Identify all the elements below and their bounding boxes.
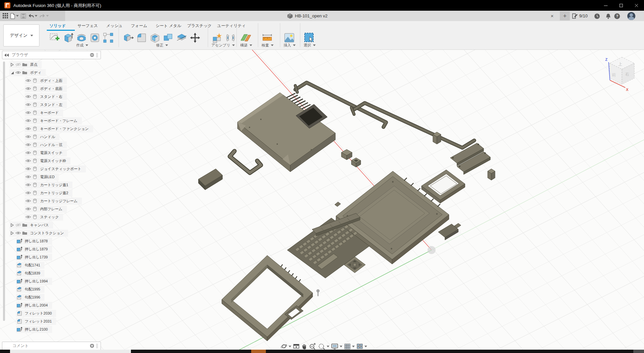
part-joystick-port[interactable] <box>488 169 495 180</box>
visibility-eye-icon[interactable] <box>25 95 31 99</box>
visibility-eye-icon[interactable] <box>25 103 31 107</box>
expand-caret-icon[interactable] <box>9 231 15 235</box>
browser-folder-row[interactable]: 原点 <box>2 61 93 69</box>
redo-button[interactable] <box>39 12 49 20</box>
visibility-eye-icon[interactable] <box>25 175 31 179</box>
group-modify[interactable]: 修正 <box>122 42 202 48</box>
tab-mesh[interactable]: メッシュ <box>106 22 123 30</box>
app-grid-button[interactable] <box>3 12 8 20</box>
look-at-button[interactable] <box>293 343 300 349</box>
browser-body-row[interactable]: 電源スイッチ <box>2 149 93 157</box>
group-assemble[interactable]: アセンブリ <box>210 42 236 48</box>
visibility-eye-icon[interactable] <box>15 63 21 67</box>
browser-feature-row[interactable]: 押し出し1739 <box>2 253 93 261</box>
browser-body-row[interactable]: キーボード <box>2 109 93 117</box>
view-cube-top-label[interactable]: 上 <box>618 62 622 67</box>
undo-button[interactable] <box>28 12 37 20</box>
browser-feature-row[interactable]: 押し出し1878 <box>2 237 93 245</box>
visibility-eye-icon[interactable] <box>25 167 31 171</box>
add-comment-icon[interactable] <box>90 344 94 348</box>
view-cube-front-label[interactable]: 前 <box>612 73 616 77</box>
browser-folder-row[interactable]: キャンバス <box>2 221 93 229</box>
visibility-eye-icon[interactable] <box>25 199 31 203</box>
tab-utilities[interactable]: ユーティリティ <box>217 22 246 30</box>
browser-feature-row[interactable]: 勾配1996 <box>2 293 93 301</box>
zoom-button[interactable] <box>309 343 316 350</box>
browser-feature-row[interactable]: フィレット2031 <box>2 317 93 325</box>
visibility-eye-icon[interactable] <box>25 143 31 147</box>
browser-body-row[interactable]: スタンド・左 <box>2 101 93 109</box>
browser-feature-row[interactable]: 押し出し1994 <box>2 277 93 285</box>
browser-body-row[interactable]: ボディ・上面 <box>2 77 93 85</box>
browser-feature-row[interactable]: 押し出し2004 <box>2 301 93 309</box>
tab-solid[interactable]: ソリッド <box>49 22 66 30</box>
expand-caret-icon[interactable] <box>9 63 15 67</box>
browser-body-row[interactable]: スティック <box>2 213 93 221</box>
visibility-eye-icon[interactable] <box>15 71 21 75</box>
notifications-bell-icon[interactable] <box>604 12 613 20</box>
browser-body-row[interactable]: キーボード・フレーム <box>2 117 93 125</box>
browser-body-row[interactable]: 電源スイッチ枠 <box>2 157 93 165</box>
visibility-eye-icon[interactable] <box>25 207 31 211</box>
document-tab[interactable]: HB-101_open v2 × <box>65 11 560 21</box>
workspace-selector[interactable]: デザイン <box>3 24 39 46</box>
browser-body-row[interactable]: カートリッジ蓋1 <box>2 181 93 189</box>
user-avatar[interactable] <box>627 12 635 20</box>
new-tab-button[interactable]: + <box>560 11 570 20</box>
visibility-eye-icon[interactable] <box>25 87 31 91</box>
zoom-window-button[interactable] <box>318 343 329 350</box>
visibility-eye-icon[interactable] <box>15 223 21 227</box>
minimize-button[interactable] <box>598 0 613 11</box>
visibility-eye-icon[interactable] <box>25 111 31 115</box>
group-construct[interactable]: 構築 <box>238 42 254 48</box>
visibility-eye-icon[interactable] <box>25 135 31 139</box>
help-icon[interactable]: ? <box>613 12 621 20</box>
browser-body-row[interactable]: スタンド・右 <box>2 93 93 101</box>
display-settings-button[interactable] <box>331 343 342 350</box>
group-insert[interactable]: 挿入 <box>282 42 297 48</box>
visibility-eye-icon[interactable] <box>25 159 31 163</box>
browser-body-row[interactable]: キーボード・ファンクション <box>2 125 93 133</box>
visibility-eye-icon[interactable] <box>25 127 31 131</box>
save-button[interactable] <box>21 12 26 20</box>
visibility-eye-icon[interactable] <box>25 151 31 155</box>
group-inspect[interactable]: 検査 <box>260 42 275 48</box>
browser-feature-row[interactable]: 押し出し1879 <box>2 245 93 253</box>
browser-body-row[interactable]: ボディ・底面 <box>2 85 93 93</box>
part-power-led[interactable] <box>433 132 441 144</box>
maximize-button[interactable] <box>613 0 629 11</box>
browser-body-row[interactable]: ジョイスティックポート <box>2 165 93 173</box>
visibility-eye-icon[interactable] <box>25 119 31 123</box>
browser-body-row[interactable]: 電源LED <box>2 173 93 181</box>
browser-feature-row[interactable]: 押し出し2100 <box>2 325 93 333</box>
visibility-eye-icon[interactable] <box>25 79 31 83</box>
browser-feature-row[interactable]: フィレット2030 <box>2 309 93 317</box>
browser-body-row[interactable]: ハンドル・弦 <box>2 141 93 149</box>
browser-body-row[interactable]: ハンドル <box>2 133 93 141</box>
pan-button[interactable] <box>301 343 307 350</box>
browser-body-row[interactable]: カートリッジフレーム <box>2 197 93 205</box>
grid-settings-button[interactable] <box>344 343 355 350</box>
tab-form[interactable]: フォーム <box>131 22 147 30</box>
comment-bar[interactable]: コメント <box>2 342 101 350</box>
remove-icon[interactable] <box>90 53 94 57</box>
extension-clock-icon[interactable] <box>593 12 601 20</box>
visibility-eye-icon[interactable] <box>25 183 31 187</box>
browser-folder-row[interactable]: ボディ <box>2 69 93 77</box>
view-cube-right-label[interactable]: 右 <box>625 72 629 77</box>
tab-surface[interactable]: サーフェス <box>77 22 98 30</box>
close-tab-icon[interactable]: × <box>549 13 555 19</box>
panel-drag-handle[interactable] <box>96 344 99 348</box>
browser-feature-row[interactable]: 勾配1839 <box>2 269 93 277</box>
file-menu-button[interactable] <box>10 12 19 20</box>
collapse-panel-icon[interactable] <box>4 53 9 57</box>
browser-feature-row[interactable]: 勾配1741 <box>2 261 93 269</box>
viewports-button[interactable] <box>356 343 367 349</box>
browser-body-row[interactable]: 内部フレーム <box>2 205 93 213</box>
orbit-button[interactable] <box>281 343 291 350</box>
tab-sheet-metal[interactable]: シート メタル <box>156 22 181 30</box>
visibility-eye-icon[interactable] <box>25 191 31 195</box>
panel-drag-handle[interactable] <box>96 53 99 57</box>
browser-feature-row[interactable]: 勾配1995 <box>2 285 93 293</box>
browser-body-row[interactable]: カートリッジ蓋2 <box>2 189 93 197</box>
